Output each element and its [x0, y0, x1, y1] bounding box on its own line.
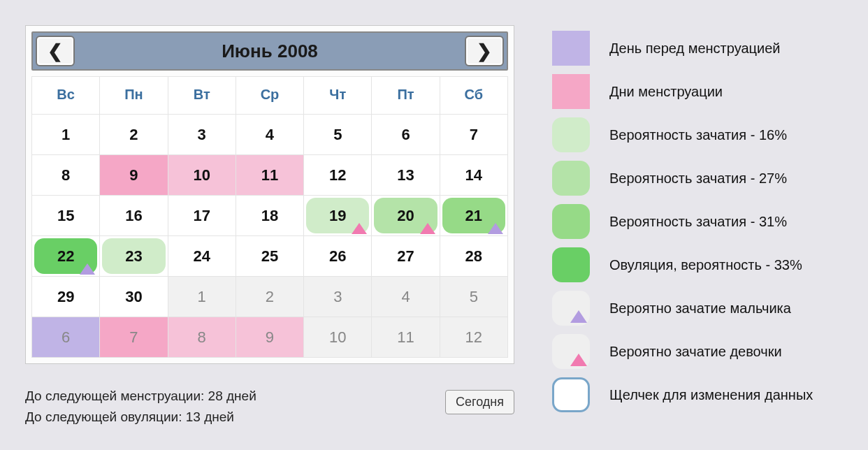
day-number: 18 [261, 207, 278, 225]
calendar-header: ❮ Июнь 2008 ❯ [31, 31, 508, 71]
chevron-right-icon: ❯ [477, 41, 492, 62]
day-number: 14 [465, 166, 482, 184]
calendar-day[interactable]: 13 [372, 155, 440, 196]
legend-swatch [552, 334, 590, 369]
calendar-day[interactable]: 16 [100, 196, 168, 236]
calendar-day[interactable]: 8 [168, 317, 236, 358]
weekday-header: Чт [304, 77, 372, 115]
calendar-day[interactable]: 3 [168, 115, 236, 155]
calendar-day[interactable]: 26 [304, 236, 372, 277]
day-number: 16 [125, 207, 142, 225]
day-number: 7 [470, 126, 478, 144]
day-number: 4 [266, 126, 274, 144]
day-number: 24 [193, 247, 210, 266]
calendar-day[interactable]: 12 [304, 155, 372, 196]
calendar-day[interactable]: 28 [440, 236, 508, 277]
calendar-footer: До следующей менструации: 28 дней До сле… [25, 386, 514, 428]
day-number: 10 [329, 328, 346, 347]
calendar-day[interactable]: 23 [100, 236, 168, 277]
status-next-ovulation: До следующей овуляции: 13 дней [25, 407, 256, 428]
calendar-day[interactable]: 4 [236, 115, 304, 155]
calendar-day[interactable]: 2 [236, 277, 304, 317]
legend-swatch [552, 117, 590, 152]
calendar-day[interactable]: 11 [372, 317, 440, 358]
legend-label: Вероятность зачатия - 31% [609, 214, 787, 230]
calendar-day[interactable]: 15 [32, 196, 100, 236]
boy-triangle-icon [80, 263, 95, 275]
calendar-day[interactable]: 5 [440, 277, 508, 317]
day-number: 10 [193, 166, 210, 184]
day-number: 9 [266, 328, 274, 347]
today-button[interactable]: Сегодня [445, 390, 514, 414]
legend-swatch [552, 377, 590, 412]
legend-label: Щелчек для изменения данных [609, 387, 813, 403]
calendar-day[interactable]: 11 [236, 155, 304, 196]
legend: День перед менструациейДни менструацииВе… [552, 31, 853, 421]
calendar-day[interactable]: 2 [100, 115, 168, 155]
legend-swatch [552, 291, 590, 326]
day-number: 21 [465, 207, 482, 225]
calendar-day[interactable]: 7 [440, 115, 508, 155]
weekday-header: Вт [168, 77, 236, 115]
girl-triangle-icon [570, 354, 587, 366]
day-number: 1 [198, 288, 206, 306]
legend-row: Вероятность зачатия - 27% [552, 161, 853, 196]
calendar-day[interactable]: 19 [304, 196, 372, 236]
calendar-day[interactable]: 10 [168, 155, 236, 196]
calendar-day[interactable]: 9 [100, 155, 168, 196]
legend-row: Вероятно зачатие мальчика [552, 291, 853, 326]
day-number: 8 [62, 166, 70, 184]
calendar-day[interactable]: 1 [168, 277, 236, 317]
day-number: 8 [198, 328, 206, 347]
prev-month-button[interactable]: ❮ [36, 36, 75, 66]
day-number: 13 [397, 166, 414, 184]
day-number: 30 [125, 288, 142, 306]
weekday-header: Пт [372, 77, 440, 115]
day-number: 27 [397, 247, 414, 266]
calendar-day[interactable]: 25 [236, 236, 304, 277]
calendar-day[interactable]: 3 [304, 277, 372, 317]
day-number: 9 [129, 166, 138, 184]
calendar-day[interactable]: 29 [32, 277, 100, 317]
calendar-day[interactable]: 8 [32, 155, 100, 196]
calendar-day[interactable]: 7 [100, 317, 168, 358]
legend-row: Овуляция, вероятность - 33% [552, 247, 853, 282]
calendar-day[interactable]: 27 [372, 236, 440, 277]
day-number: 29 [57, 288, 74, 306]
calendar-grid: ВсПнВтСрЧтПтСб12345678910111213141516171… [31, 76, 508, 358]
calendar-day[interactable]: 4 [372, 277, 440, 317]
day-number: 3 [198, 126, 206, 144]
calendar-day[interactable]: 22 [32, 236, 100, 277]
calendar-day[interactable]: 6 [32, 317, 100, 358]
legend-row: Щелчек для изменения данных [552, 377, 853, 412]
legend-row: День перед менструацией [552, 31, 853, 66]
weekday-header: Сб [440, 77, 508, 115]
month-title: Июнь 2008 [78, 33, 462, 69]
calendar-day[interactable]: 17 [168, 196, 236, 236]
day-number: 3 [333, 288, 342, 306]
calendar-day[interactable]: 5 [304, 115, 372, 155]
day-number: 1 [62, 126, 70, 144]
calendar-day[interactable]: 24 [168, 236, 236, 277]
day-number: 23 [125, 247, 142, 266]
calendar-day[interactable]: 1 [32, 115, 100, 155]
legend-swatch [552, 204, 590, 239]
calendar-day[interactable]: 30 [100, 277, 168, 317]
day-number: 12 [465, 328, 482, 347]
day-number: 5 [333, 126, 342, 144]
girl-triangle-icon [420, 223, 435, 234]
calendar-day[interactable]: 20 [372, 196, 440, 236]
calendar-day[interactable]: 6 [372, 115, 440, 155]
calendar-day[interactable]: 18 [236, 196, 304, 236]
calendar-day[interactable]: 9 [236, 317, 304, 358]
calendar-day[interactable]: 21 [440, 196, 508, 236]
day-number: 4 [401, 288, 410, 306]
legend-row: Вероятность зачатия - 16% [552, 117, 853, 152]
calendar-day[interactable]: 14 [440, 155, 508, 196]
day-number: 6 [401, 126, 410, 144]
calendar-day[interactable]: 12 [440, 317, 508, 358]
legend-label: Вероятность зачатия - 27% [609, 170, 787, 187]
next-month-button[interactable]: ❯ [465, 36, 504, 66]
calendar-day[interactable]: 10 [304, 317, 372, 358]
legend-label: Овуляция, вероятность - 33% [609, 257, 802, 273]
